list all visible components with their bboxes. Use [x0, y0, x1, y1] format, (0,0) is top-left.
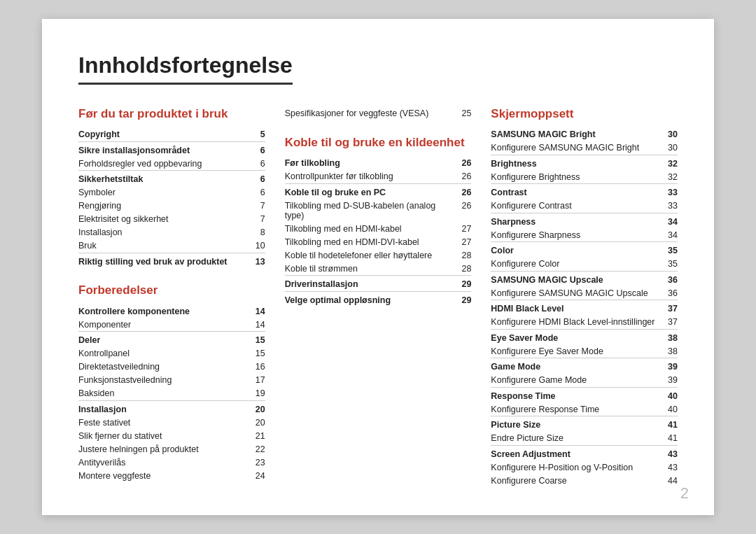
table-row: Tilkobling med en HDMI-DVI-kabel27: [285, 235, 472, 248]
entry-page: 16: [244, 360, 265, 374]
section-title-sec1: Før du tar produktet i bruk: [78, 107, 265, 121]
table-row: Installasjon8: [78, 226, 265, 239]
table-row: Riktig stilling ved bruk av produktet13: [78, 253, 265, 268]
entry-page: 28: [456, 248, 471, 262]
table-row: Elektrisitet og sikkerhet7: [78, 213, 265, 226]
entry-label: Funksjonstastveiledning: [78, 374, 244, 387]
table-row: Kontrollpunkter før tilkobling26: [285, 170, 472, 184]
entry-page: 43: [662, 461, 678, 474]
toc-table-sec1: Copyright5Sikre installasjonsområdet6For…: [78, 128, 265, 269]
entry-page: 5: [248, 128, 265, 142]
entry-label: Før tilkobling: [285, 157, 456, 170]
entry-label: Komponenter: [78, 318, 244, 332]
entry-label: Forholdsregler ved oppbevaring: [78, 157, 248, 171]
entry-page: 32: [662, 155, 678, 170]
entry-label: Velge optimal oppløsning: [285, 291, 456, 307]
table-row: Picture Size41: [491, 416, 678, 432]
table-row: Installasjon20: [78, 400, 265, 416]
entry-label: Eye Saver Mode: [491, 329, 662, 344]
entry-page: 34: [662, 228, 678, 242]
entry-page: 32: [662, 170, 678, 184]
entry-label: Contrast: [491, 184, 662, 199]
section-title-sec4: Koble til og bruke en kildeenhet: [285, 136, 472, 150]
table-row: Sharpness34: [491, 213, 678, 228]
entry-label: Kontrollere komponentene: [78, 304, 244, 318]
entry-label: Konfigurere Response Time: [491, 402, 662, 416]
table-row: Response Time40: [491, 387, 678, 402]
entry-label: Endre Picture Size: [491, 432, 662, 446]
entry-page: 26: [456, 199, 471, 222]
table-row: Feste stativet20: [78, 416, 265, 429]
entry-page: 8: [248, 226, 265, 239]
entry-label: Spesifikasjoner for veggfeste (VESA): [285, 107, 454, 120]
column-1: Før du tar produktet i brukCopyright5Sik…: [78, 107, 285, 488]
table-row: SAMSUNG MAGIC Upscale36: [491, 271, 678, 286]
entry-page: 22: [244, 442, 265, 456]
table-row: Antityverilås23: [78, 456, 265, 469]
entry-page: 14: [244, 318, 265, 332]
table-row: Konfigurere Contrast33: [491, 199, 678, 213]
entry-page: 34: [662, 213, 678, 228]
table-row: Game Mode39: [491, 358, 678, 374]
table-row: Copyright5: [78, 128, 265, 142]
column-3: SkjermoppsettSAMSUNG MAGIC Bright30Konfi…: [491, 107, 678, 488]
entry-page: 33: [662, 184, 678, 199]
entry-label: Game Mode: [491, 358, 662, 374]
entry-page: 7: [248, 213, 265, 226]
table-row: Konfigurere H-Position og V-Position43: [491, 461, 678, 474]
table-row: Direktetastveiledning16: [78, 360, 265, 374]
entry-label: Rengjøring: [78, 199, 248, 213]
table-row: Spesifikasjoner for veggfeste (VESA)25: [285, 107, 472, 120]
table-row: Koble til hodetelefoner eller høyttalere…: [285, 248, 472, 262]
entry-page: 40: [662, 402, 678, 416]
entry-label: Installasjon: [78, 226, 248, 239]
entry-page: 21: [244, 429, 265, 442]
entry-label: SAMSUNG MAGIC Upscale: [491, 271, 662, 286]
entry-label: Color: [491, 242, 662, 258]
entry-page: 13: [248, 253, 265, 268]
table-row: Konfigurere HDMI Black Level-innstilling…: [491, 316, 678, 330]
table-row: Screen Adjustment43: [491, 445, 678, 461]
entry-label: Baksiden: [78, 387, 244, 401]
entry-page: 35: [662, 242, 678, 258]
entry-label: Konfigurere SAMSUNG MAGIC Upscale: [491, 286, 662, 300]
table-row: Slik fjerner du stativet21: [78, 429, 265, 442]
entry-page: 20: [244, 400, 265, 416]
table-row: Koble til strømmen28: [285, 262, 472, 276]
entry-label: Elektrisitet og sikkerhet: [78, 213, 248, 226]
toc-table-sec4: Før tilkobling26Kontrollpunkter før tilk…: [285, 157, 472, 307]
entry-page: 33: [662, 199, 678, 213]
table-row: SAMSUNG MAGIC Bright30: [491, 128, 678, 141]
entry-label: Konfigurere Eye Saver Mode: [491, 344, 662, 358]
entry-page: 26: [456, 170, 471, 184]
table-row: Konfigurere Eye Saver Mode38: [491, 344, 678, 358]
entry-page: 36: [662, 286, 678, 300]
entry-page: 26: [456, 157, 471, 170]
table-row: Konfigurere Game Mode39: [491, 374, 678, 388]
entry-label: Konfigurere Brightness: [491, 170, 662, 184]
entry-page: 27: [456, 222, 471, 235]
table-row: Tilkobling med en HDMI-kabel27: [285, 222, 472, 235]
entry-label: Picture Size: [491, 416, 662, 432]
entry-page: 39: [662, 374, 678, 388]
table-row: Tilkobling med D-SUB-kabelen (analog typ…: [285, 199, 472, 222]
entry-label: Konfigurere SAMSUNG MAGIC Bright: [491, 141, 662, 155]
entry-label: Konfigurere HDMI Black Level-innstilling…: [491, 316, 662, 330]
table-row: Deler15: [78, 332, 265, 347]
entry-page: 41: [662, 432, 678, 446]
entry-page: 39: [662, 358, 678, 374]
table-row: Brightness32: [491, 155, 678, 170]
table-row: Driverinstallasjon29: [285, 276, 472, 292]
entry-page: 26: [456, 183, 471, 199]
entry-label: Konfigurere Contrast: [491, 199, 662, 213]
toc-table-sec2: Kontrollere komponentene14Komponenter14D…: [78, 304, 265, 482]
entry-label: Driverinstallasjon: [285, 276, 456, 292]
entry-label: Slik fjerner du stativet: [78, 429, 244, 442]
table-row: Montere veggfeste24: [78, 469, 265, 482]
entry-label: Tilkobling med en HDMI-kabel: [285, 222, 456, 235]
entry-page: 14: [244, 304, 265, 318]
entry-label: Koble til strømmen: [285, 262, 456, 276]
entry-page: 15: [244, 347, 265, 360]
table-row: Komponenter14: [78, 318, 265, 332]
table-row: Konfigurere SAMSUNG MAGIC Bright30: [491, 141, 678, 155]
